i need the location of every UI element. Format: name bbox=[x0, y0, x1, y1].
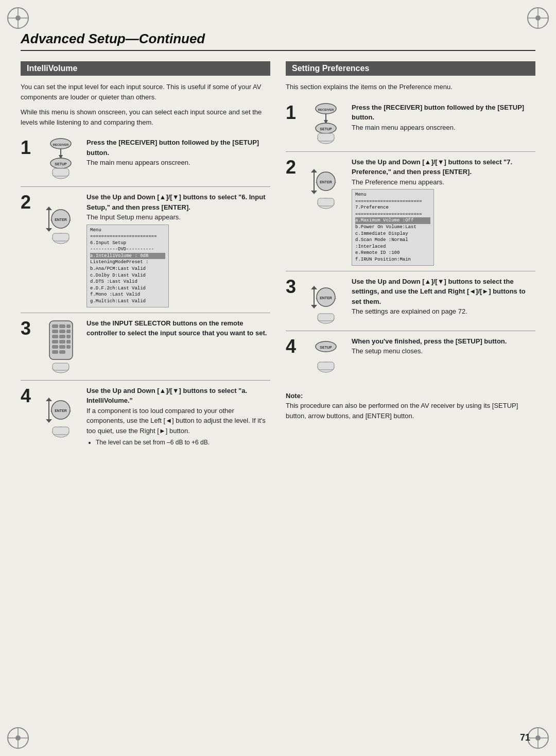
left-step-4-number: 4 bbox=[21, 387, 35, 405]
left-step-2-image: ENTER - - bbox=[40, 192, 81, 246]
right-step-2-body: The Preference menu appears. bbox=[352, 178, 444, 186]
svg-rect-69 bbox=[318, 133, 334, 141]
svg-text:-: - bbox=[50, 217, 51, 222]
svg-rect-45 bbox=[66, 340, 71, 343]
svg-rect-61 bbox=[53, 427, 69, 435]
left-step-3-text: Use the INPUT SELECTOR buttons on the re… bbox=[86, 318, 270, 338]
subtitle: —Continued bbox=[126, 31, 205, 46]
svg-rect-47 bbox=[59, 345, 65, 349]
svg-rect-49 bbox=[52, 350, 58, 354]
page-header: Advanced Setup—Continued bbox=[21, 31, 535, 51]
left-step-3-image bbox=[40, 318, 81, 375]
page-number: 71 bbox=[520, 732, 530, 743]
right-step-1-body: The main menu appears onscreen. bbox=[352, 124, 456, 131]
svg-rect-48 bbox=[66, 345, 71, 349]
left-step-2-text: Use the Up and Down [▲]/[▼] buttons to s… bbox=[86, 192, 270, 307]
left-step-1-body: The main menu appears onscreen. bbox=[86, 159, 190, 166]
left-step-3: 3 bbox=[21, 313, 270, 381]
left-step-4-image: ENTER - - bbox=[40, 386, 81, 440]
right-step-1: 1 RECEIVER SETUP bbox=[286, 97, 535, 152]
right-section-title: Setting Preferences bbox=[286, 61, 535, 76]
svg-rect-40 bbox=[52, 335, 58, 338]
right-step-3-text: Use the Up and Down [▲]/[▼] buttons to s… bbox=[352, 277, 535, 317]
left-steps: 1 RECEIVER SETUP bbox=[21, 132, 270, 452]
svg-marker-79 bbox=[311, 286, 317, 289]
right-step-1-heading: Press the [RECEIVER] button followed by … bbox=[352, 104, 524, 122]
page: Advanced Setup—Continued IntelliVolume Y… bbox=[0, 0, 556, 756]
left-step-1-image: RECEIVER SETUP bbox=[40, 138, 81, 181]
svg-rect-52 bbox=[53, 363, 69, 370]
right-step-4-number: 4 bbox=[286, 337, 300, 356]
svg-rect-37 bbox=[52, 330, 58, 333]
svg-rect-42 bbox=[66, 335, 71, 338]
svg-marker-55 bbox=[46, 419, 52, 423]
svg-marker-53 bbox=[46, 398, 52, 401]
right-intro: This section explains the items on the P… bbox=[286, 82, 535, 92]
right-step-2-number: 2 bbox=[286, 158, 300, 177]
svg-text:-: - bbox=[50, 408, 51, 413]
right-step-3-number: 3 bbox=[286, 278, 300, 296]
left-step-2-menu: Menu ======================== 6.Input Se… bbox=[86, 225, 169, 307]
left-step-2-body: The Input Setup menu appears. bbox=[86, 213, 181, 221]
svg-rect-78 bbox=[318, 198, 334, 206]
right-step-4: 4 SETUP When you've finished, press the … bbox=[286, 331, 535, 383]
corner-decoration-tr bbox=[525, 5, 551, 31]
left-step-1-number: 1 bbox=[21, 139, 35, 157]
page-title: Advanced Setup—Continued bbox=[21, 31, 535, 47]
svg-text:ENTER: ENTER bbox=[320, 296, 332, 300]
right-step-1-image: RECEIVER SETUP bbox=[305, 102, 346, 146]
note-section: Note: This procedure can also be perform… bbox=[286, 391, 535, 421]
svg-marker-81 bbox=[311, 305, 317, 308]
svg-text:SETUP: SETUP bbox=[320, 127, 332, 131]
svg-rect-23 bbox=[53, 168, 69, 176]
corner-decoration-tl bbox=[5, 5, 31, 31]
svg-marker-26 bbox=[46, 228, 52, 232]
svg-rect-34 bbox=[52, 324, 58, 328]
left-step-1: 1 RECEIVER SETUP bbox=[21, 132, 270, 187]
svg-text:-: - bbox=[315, 180, 317, 184]
svg-rect-36 bbox=[66, 324, 71, 328]
right-step-4-heading: When you've finished, press the [SETUP] … bbox=[352, 337, 507, 345]
note-label: Note: bbox=[286, 392, 303, 400]
right-step-4-image: SETUP bbox=[305, 336, 346, 377]
svg-text:-: - bbox=[315, 296, 317, 300]
svg-text:ENTER: ENTER bbox=[320, 180, 332, 184]
left-step-1-text: Press the [RECEIVER] button followed by … bbox=[86, 138, 270, 168]
left-step-4: 4 ENTER - - bbox=[21, 381, 270, 453]
svg-rect-43 bbox=[52, 340, 58, 343]
svg-text:-: - bbox=[70, 217, 71, 222]
right-step-2: 2 ENTER - - bbox=[286, 152, 535, 271]
right-step-4-text: When you've finished, press the [SETUP] … bbox=[352, 336, 535, 356]
left-step-2-number: 2 bbox=[21, 193, 35, 212]
svg-marker-72 bbox=[311, 191, 317, 194]
svg-text:-: - bbox=[335, 180, 336, 184]
svg-marker-70 bbox=[311, 169, 317, 173]
left-intro-p2: While this menu is shown onscreen, you c… bbox=[21, 107, 270, 127]
left-step-3-number: 3 bbox=[21, 319, 35, 338]
content-area: IntelliVolume You can set the input leve… bbox=[21, 61, 535, 452]
right-step-2-menu: Menu ======================== 7.Preferen… bbox=[352, 189, 434, 266]
right-step-1-text: Press the [RECEIVER] button followed by … bbox=[352, 102, 535, 133]
svg-rect-44 bbox=[59, 340, 65, 343]
left-step-4-body: If a component is too loud compared to y… bbox=[86, 407, 266, 435]
svg-rect-46 bbox=[52, 345, 58, 349]
left-column: IntelliVolume You can set the input leve… bbox=[21, 61, 270, 452]
left-step-1-heading: Press the [RECEIVER] button followed by … bbox=[86, 139, 259, 157]
left-step-2-heading: Use the Up and Down [▲]/[▼] buttons to s… bbox=[86, 193, 266, 211]
right-step-2-heading: Use the Up and Down [▲]/[▼] buttons to s… bbox=[352, 158, 512, 176]
svg-text:-: - bbox=[335, 296, 336, 300]
right-step-3-heading: Use the Up and Down [▲]/[▼] buttons to s… bbox=[352, 278, 526, 305]
svg-text:ENTER: ENTER bbox=[55, 409, 67, 413]
svg-rect-50 bbox=[59, 350, 65, 354]
svg-text:SETUP: SETUP bbox=[320, 346, 332, 349]
right-step-2-text: Use the Up and Down [▲]/[▼] buttons to s… bbox=[352, 157, 535, 266]
left-step-3-heading: Use the INPUT SELECTOR buttons on the re… bbox=[86, 319, 267, 337]
svg-text:SETUP: SETUP bbox=[55, 162, 67, 166]
right-column: Setting Preferences This section explain… bbox=[286, 61, 535, 421]
svg-rect-38 bbox=[59, 330, 65, 333]
svg-rect-32 bbox=[53, 233, 69, 241]
right-step-3-body: The settings are explained on page 72. bbox=[352, 307, 467, 315]
svg-text:RECEIVER: RECEIVER bbox=[318, 108, 334, 111]
note-text: This procedure can also be performed on … bbox=[286, 402, 518, 420]
svg-rect-87 bbox=[318, 314, 334, 321]
